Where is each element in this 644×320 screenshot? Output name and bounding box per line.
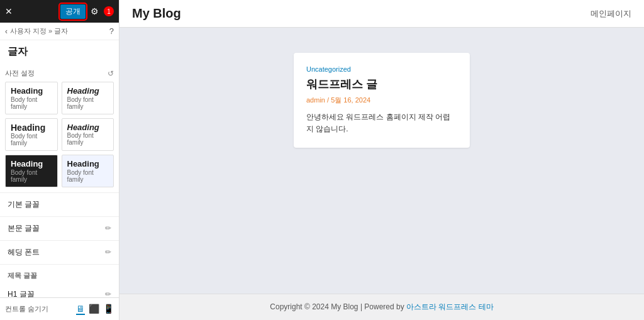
help-icon[interactable]: ? bbox=[109, 26, 114, 36]
sidebar: ✕ 공개 ⚙ 1 ‹ 사용자 지정 » 글자 ? 글자 사전 설정 ↺ Head… bbox=[0, 0, 119, 320]
publish-button[interactable]: 공개 bbox=[60, 4, 86, 19]
preset-section: 사전 설정 ↺ Heading Body font family Heading… bbox=[0, 63, 119, 193]
top-bar: ✕ 공개 ⚙ 1 bbox=[0, 0, 119, 23]
preset-card-3[interactable]: Heading Body font family bbox=[5, 118, 58, 152]
preset-grid: Heading Body font family Heading Body fo… bbox=[5, 82, 114, 187]
footer-link[interactable]: 아스트라 워드프레스 테마 bbox=[406, 302, 494, 311]
preset-heading-5: Heading bbox=[11, 159, 52, 169]
back-button[interactable]: ‹ bbox=[5, 27, 8, 36]
preset-body-3: Body font family bbox=[11, 133, 52, 146]
body-font-label: 본문 글꼴 bbox=[8, 223, 40, 234]
tablet-view-icon[interactable]: ⬛ bbox=[89, 304, 99, 315]
h1-edit-icon[interactable]: ✏ bbox=[105, 290, 111, 297]
heading-font-edit-icon[interactable]: ✏ bbox=[105, 248, 111, 257]
preset-heading-2: Heading bbox=[67, 86, 109, 96]
section-title: 글자 bbox=[0, 40, 119, 63]
gear-button[interactable]: ⚙ bbox=[88, 5, 101, 18]
section-base-font: 기본 글꼴 bbox=[0, 193, 119, 217]
bottom-bar: 컨트롤 숨기기 🖥 ⬛ 📱 bbox=[0, 297, 119, 320]
preset-body-2: Body font family bbox=[67, 96, 109, 110]
notification-badge: 1 bbox=[104, 6, 114, 16]
preset-header: 사전 설정 ↺ bbox=[5, 69, 114, 78]
main-footer: Copyright © 2024 My Blog | Powered by 아스… bbox=[119, 294, 644, 320]
main-content: My Blog 메인페이지 Uncategorized 워드프레스 글 admi… bbox=[119, 0, 644, 320]
preset-body-6: Body font family bbox=[67, 169, 109, 183]
blog-card: Uncategorized 워드프레스 글 admin / 5월 16, 202… bbox=[294, 53, 470, 148]
main-nav-link[interactable]: 메인페이지 bbox=[591, 8, 631, 19]
top-bar-actions: 공개 ⚙ 1 bbox=[60, 4, 114, 19]
title-font-section-label: 제목 글꼴 bbox=[0, 265, 119, 283]
preset-label: 사전 설정 bbox=[5, 69, 35, 78]
heading-font-label: 헤딩 폰트 bbox=[8, 247, 40, 258]
preset-heading-3: Heading bbox=[11, 123, 52, 133]
breadcrumb-bar: ‹ 사용자 지정 » 글자 ? bbox=[0, 23, 119, 40]
mobile-view-icon[interactable]: 📱 bbox=[103, 304, 114, 315]
view-icons: 🖥 ⬛ 📱 bbox=[76, 304, 114, 315]
h1-row[interactable]: H1 글꼴 ✏ bbox=[0, 283, 119, 297]
base-font-label: 기본 글꼴 bbox=[8, 199, 40, 210]
body-font-edit-icon[interactable]: ✏ bbox=[105, 224, 111, 233]
hide-controls-button[interactable]: 컨트롤 숨기기 bbox=[5, 304, 48, 314]
section-body-font: 본문 글꼴 ✏ bbox=[0, 217, 119, 241]
preset-card-6[interactable]: Heading Body font family bbox=[62, 155, 114, 187]
breadcrumb: 사용자 지정 » 글자 bbox=[10, 26, 68, 36]
preset-body-5: Body font family bbox=[11, 169, 52, 183]
preset-heading-1: Heading bbox=[11, 86, 52, 96]
section-heading-font: 헤딩 폰트 ✏ bbox=[0, 241, 119, 265]
preset-card-5[interactable]: Heading Body font family bbox=[5, 155, 58, 187]
desktop-view-icon[interactable]: 🖥 bbox=[76, 304, 85, 315]
card-title: 워드프레스 글 bbox=[306, 77, 457, 92]
footer-text: Copyright © 2024 My Blog | Powered by bbox=[270, 302, 406, 311]
preset-card-4[interactable]: Heading Body font family bbox=[62, 118, 114, 152]
section-h1: H1 글꼴 ✏ bbox=[0, 283, 119, 297]
preset-card-1[interactable]: Heading Body font family bbox=[5, 82, 58, 114]
h1-label: H1 글꼴 bbox=[8, 289, 35, 297]
preset-body-4: Body font family bbox=[67, 132, 109, 146]
heading-font-row[interactable]: 헤딩 폰트 ✏ bbox=[0, 241, 119, 264]
site-title: My Blog bbox=[132, 6, 181, 21]
sidebar-body: 사전 설정 ↺ Heading Body font family Heading… bbox=[0, 63, 119, 297]
close-button[interactable]: ✕ bbox=[5, 6, 13, 16]
main-header: My Blog 메인페이지 bbox=[119, 0, 644, 28]
card-category: Uncategorized bbox=[306, 65, 457, 73]
main-body: Uncategorized 워드프레스 글 admin / 5월 16, 202… bbox=[119, 28, 644, 294]
body-font-row[interactable]: 본문 글꼴 ✏ bbox=[0, 217, 119, 240]
preset-heading-4: Heading bbox=[67, 123, 109, 133]
preset-heading-6: Heading bbox=[67, 159, 109, 169]
card-excerpt: 안녕하세요 워드프레스 홈페이지 제작 어렵지 않습니다. bbox=[306, 111, 457, 135]
refresh-icon[interactable]: ↺ bbox=[108, 69, 114, 78]
preset-body-1: Body font family bbox=[11, 96, 52, 110]
base-font-row[interactable]: 기본 글꼴 bbox=[0, 193, 119, 216]
card-meta: admin / 5월 16, 2024 bbox=[306, 96, 457, 105]
preset-card-2[interactable]: Heading Body font family bbox=[62, 82, 114, 114]
